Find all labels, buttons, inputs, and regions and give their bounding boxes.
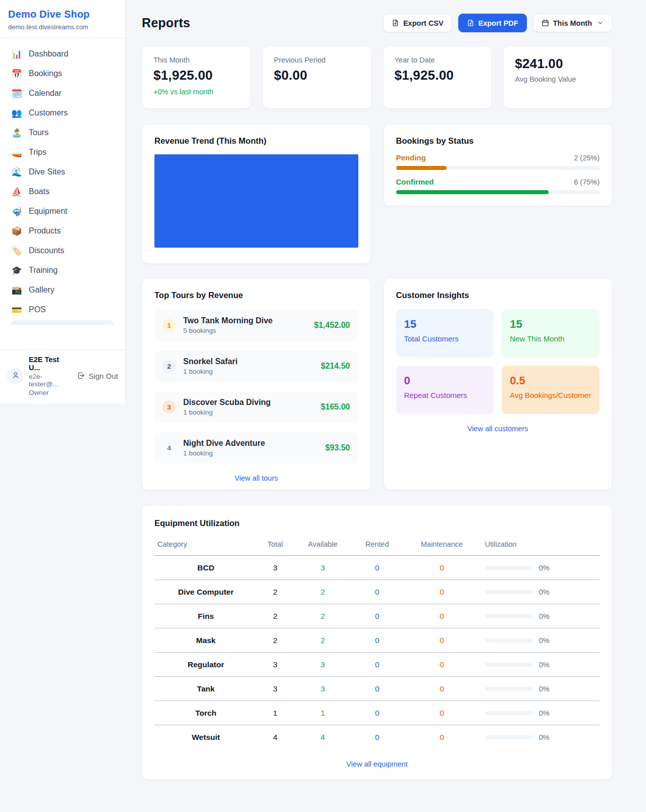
sidebar-user-section: E2E Test U... e2e-tester@... Owner Sign … [0, 350, 125, 403]
cell-category: Fins [154, 604, 257, 628]
calendar-pad-icon: 🗓️ [11, 89, 22, 98]
charts-row: Revenue Trend (This Month) Bookings by S… [142, 124, 612, 264]
sidebar-item-dive-sites[interactable]: 🌊 Dive Sites [5, 162, 120, 182]
cell-category: Regulator [154, 653, 257, 677]
sidebar-item-tours[interactable]: 🏝️ Tours [5, 123, 120, 142]
insight-label: Avg Bookings/Customer [510, 391, 591, 399]
user-name: E2E Test U... [29, 356, 72, 372]
tour-row[interactable]: 1 Two Tank Morning Dive 5 bookings $1,45… [154, 310, 358, 341]
sidebar-item-calendar[interactable]: 🗓️ Calendar [5, 84, 120, 103]
column-header-maintenance: Maintenance [402, 536, 481, 556]
cell-available: 4 [293, 725, 353, 749]
sidebar-item-gallery[interactable]: 📸 Gallery [5, 280, 120, 300]
sidebar-item-trips[interactable]: 🚤 Trips [5, 143, 120, 162]
sidebar-item-label: POS [29, 305, 46, 314]
tour-name: Night Dive Adventure [183, 439, 318, 448]
cell-rented: 0 [352, 604, 402, 628]
column-header-available: Available [293, 536, 353, 556]
view-all-tours-link[interactable]: View all tours [154, 474, 358, 482]
insight-value: 15 [510, 318, 591, 331]
avatar [7, 368, 24, 384]
column-header-total: Total [257, 536, 293, 556]
period-selector[interactable]: This Month [533, 14, 612, 32]
utilization-percent: 0% [539, 685, 550, 693]
shop-name[interactable]: Demo Dive Shop [8, 9, 117, 20]
user-email: e2e-tester@... [29, 373, 72, 388]
utilization-bar [485, 687, 533, 691]
export-csv-label: Export CSV [403, 19, 444, 27]
view-all-customers-link[interactable]: View all customers [396, 425, 600, 433]
tour-row[interactable]: 4 Night Dive Adventure 1 booking $93.50 [154, 432, 358, 463]
utilization-percent: 0% [539, 636, 550, 645]
main-content: Reports Export CSV Export PDF This Month [126, 0, 646, 800]
stat-label: Previous Period [274, 56, 360, 64]
tour-row[interactable]: 3 Discover Scuba Diving 1 booking $165.0… [154, 391, 358, 423]
cell-category: BCD [154, 556, 257, 580]
cell-available: 2 [293, 604, 353, 628]
sidebar-item-customers[interactable]: 👥 Customers [5, 103, 120, 123]
sidebar-item-reports-partial[interactable] [11, 320, 114, 325]
utilization-percent: 0% [539, 612, 550, 620]
insight-value: 15 [404, 318, 486, 331]
equipment-table: Category Total Available Rented Maintena… [154, 536, 600, 749]
cell-maintenance: 0 [402, 701, 481, 725]
utilization-percent: 0% [539, 709, 550, 717]
sidebar-item-label: Boats [29, 187, 49, 196]
stat-card-year-to-date: Year to Date $1,925.00 [383, 46, 492, 109]
header-actions: Export CSV Export PDF This Month [383, 14, 612, 32]
graduation-cap-icon: 🎓 [11, 266, 22, 275]
sidebar-item-bookings[interactable]: 📅 Bookings [5, 64, 120, 83]
cell-total: 2 [257, 580, 293, 604]
sidebar-item-dashboard[interactable]: 📊 Dashboard [5, 44, 120, 64]
credit-card-icon: 💳 [11, 306, 22, 314]
sidebar-item-label: Dashboard [29, 49, 68, 59]
cell-category: Torch [154, 701, 257, 725]
sidebar-item-label: Equipment [29, 207, 68, 216]
cell-rented: 0 [352, 556, 402, 580]
utilization-percent: 0% [539, 588, 550, 596]
person-icon [12, 371, 20, 381]
tour-revenue: $165.00 [321, 402, 350, 412]
export-pdf-button[interactable]: Export PDF [458, 14, 527, 32]
cell-category: Tank [154, 677, 257, 701]
cell-maintenance: 0 [402, 556, 481, 580]
user-info: E2E Test U... e2e-tester@... Owner [29, 356, 72, 396]
tour-bookings: 5 bookings [183, 327, 306, 334]
rank-badge: 2 [163, 360, 176, 373]
sidebar-item-pos[interactable]: 💳 POS [5, 300, 120, 319]
cell-available: 3 [293, 556, 353, 580]
cell-category: Wetsuit [154, 725, 257, 749]
cell-available: 2 [293, 628, 353, 653]
sidebar-item-training[interactable]: 🎓 Training [5, 261, 120, 280]
cell-maintenance: 0 [402, 653, 481, 677]
view-all-equipment-link[interactable]: View all equipment [154, 760, 600, 768]
tag-icon: 🏷️ [11, 247, 22, 255]
utilization-bar [485, 566, 533, 570]
sign-out-button[interactable]: Sign Out [77, 371, 118, 381]
file-download-icon [467, 19, 474, 27]
customer-insights-title: Customer Insights [396, 291, 600, 300]
cell-rented: 0 [352, 677, 402, 701]
sidebar-item-boats[interactable]: ⛵ Boats [5, 182, 120, 201]
page-header: Reports Export CSV Export PDF This Month [142, 14, 612, 32]
tour-row[interactable]: 2 Snorkel Safari 1 booking $214.50 [154, 351, 358, 382]
sidebar-item-equipment[interactable]: 🤿 Equipment [5, 202, 120, 221]
top-tours-card: Top Tours by Revenue 1 Two Tank Morning … [142, 278, 371, 490]
table-row: Regulator 3 3 0 0 0% [154, 653, 600, 677]
sailboat-icon: ⛵ [11, 188, 22, 196]
sidebar-item-discounts[interactable]: 🏷️ Discounts [5, 241, 120, 260]
sidebar-item-products[interactable]: 📦 Products [5, 221, 120, 241]
bookings-by-status-card: Bookings by Status Pending 2 (25%) Confi… [384, 124, 613, 206]
sidebar-header: Demo Dive Shop demo.test.divestreams.com [0, 0, 125, 38]
utilization-bar [485, 663, 533, 667]
export-csv-button[interactable]: Export CSV [383, 14, 452, 32]
table-row: Dive Computer 2 2 0 0 0% [154, 580, 600, 604]
sidebar-item-label: Customers [29, 108, 68, 118]
utilization-bar [485, 614, 533, 618]
insight-label: Total Customers [404, 334, 486, 343]
progress-track [396, 190, 600, 194]
cell-rented: 0 [352, 653, 402, 677]
camera-icon: 📸 [11, 286, 22, 295]
insight-value: 0 [404, 374, 486, 387]
revenue-trend-title: Revenue Trend (This Month) [154, 136, 358, 146]
